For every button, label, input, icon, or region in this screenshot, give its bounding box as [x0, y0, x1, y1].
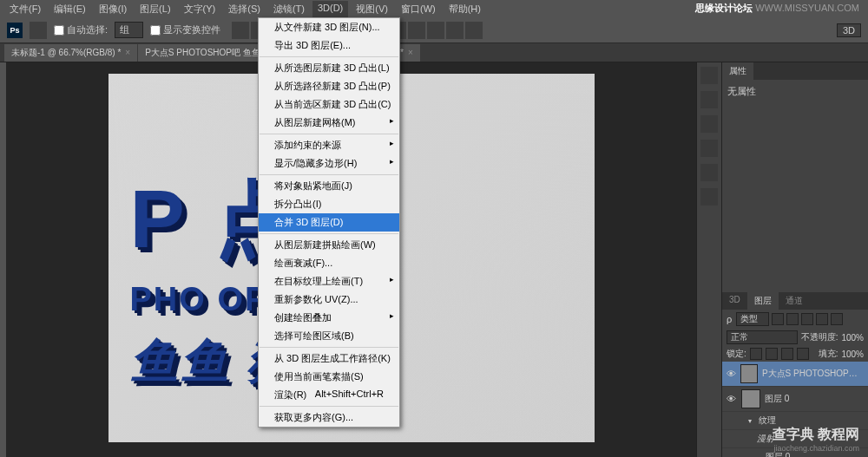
filter-icon[interactable] — [786, 313, 799, 325]
menu-item[interactable]: 从图层新建拼贴绘画(W) — [259, 236, 399, 254]
menu-item[interactable]: 使用当前画笔素描(S) — [259, 368, 399, 386]
disclosure-triangle-icon[interactable]: ▾ — [748, 417, 752, 425]
options-bar: Ps 自动选择: 组 显示变换控件 3D 模式: 3D — [0, 17, 868, 43]
auto-select-target[interactable]: 组 — [115, 22, 143, 38]
panel-icon[interactable] — [700, 164, 718, 181]
menu-item[interactable]: 3D(D) — [312, 1, 348, 17]
collapsed-panels — [696, 62, 721, 457]
3d-mode-icon[interactable] — [427, 22, 444, 39]
menu-item[interactable]: 从当前选区新建 3D 凸出(C) — [259, 95, 399, 114]
menu-item[interactable]: 创建绘图叠加 — [259, 309, 399, 327]
menu-item[interactable]: 获取更多内容(G)... — [259, 408, 399, 427]
menu-item[interactable]: 从图层新建网格(M) — [259, 114, 399, 132]
menu-item[interactable]: 添加约束的来源 — [259, 136, 399, 154]
kind-select[interactable]: 类型 — [736, 312, 769, 326]
watermark-url: WWW.MISSYUAN.COM — [755, 3, 859, 13]
menu-item[interactable]: 文件(F) — [4, 1, 46, 17]
menu-separator — [260, 134, 398, 134]
menu-item[interactable]: 选择可绘图区域(B) — [259, 327, 399, 345]
show-transform-checkbox[interactable]: 显示变换控件 — [150, 23, 220, 36]
menu-item[interactable]: 导出 3D 图层(E)... — [259, 36, 399, 55]
opacity-value[interactable]: 100% — [841, 333, 864, 343]
menu-item[interactable]: 重新参数化 UV(Z)... — [259, 291, 399, 309]
blend-mode-select[interactable]: 正常 — [727, 330, 798, 344]
menu-item[interactable]: 滤镜(T) — [268, 1, 310, 17]
panel-tab[interactable]: 3D — [722, 292, 747, 310]
opacity-label: 不透明度: — [801, 331, 838, 343]
lock-icon[interactable] — [766, 348, 778, 360]
menu-item[interactable]: 显示/隐藏多边形(H) — [259, 154, 399, 173]
layer-row[interactable]: 👁 P大点S PHOTOSHOP吧 鱼... — [722, 362, 868, 387]
panel-tab[interactable]: 图层 — [747, 292, 779, 310]
menu-item[interactable]: 将对象贴紧地面(J) — [259, 177, 399, 195]
document-tabbar: 未标题-1 @ 66.7%(RGB/8) *×P大点S PHOTOSHOP吧 鱼… — [0, 43, 868, 62]
layer-name[interactable]: P大点S PHOTOSHOP吧 鱼... — [762, 368, 864, 380]
close-icon[interactable]: × — [408, 48, 413, 57]
lock-icon[interactable] — [781, 348, 793, 360]
lock-icon[interactable] — [750, 348, 762, 360]
watermark-bottom: 查字典 教程网 jiaocheng.chazidian.com — [773, 426, 859, 453]
align-icon[interactable] — [232, 22, 249, 39]
3d-mode-icon[interactable] — [446, 22, 464, 39]
document-tab[interactable]: 未标题-1 @ 66.7%(RGB/8) *× — [4, 44, 137, 62]
layer-name[interactable]: 图层 0 — [765, 393, 789, 405]
filter-icon[interactable] — [831, 313, 843, 325]
panel-icon[interactable] — [700, 67, 718, 84]
menu-item[interactable]: 从文件新建 3D 图层(N)... — [259, 18, 399, 36]
menu-item[interactable]: 视图(V) — [351, 1, 393, 17]
filter-icon[interactable] — [772, 313, 784, 325]
menu-separator — [260, 174, 398, 175]
panel-tab[interactable]: 通道 — [779, 292, 810, 310]
menu-item[interactable]: 绘画衰减(F)... — [259, 254, 399, 272]
visibility-eye-icon[interactable]: 👁 — [727, 369, 736, 379]
lock-icon[interactable] — [797, 348, 809, 360]
panel-icon[interactable] — [700, 188, 718, 206]
menu-item[interactable]: 渲染(R)Alt+Shift+Ctrl+R — [259, 386, 399, 404]
menu-separator — [260, 347, 398, 348]
menu-item[interactable]: 图层(L) — [135, 1, 175, 17]
menu-item[interactable]: 从所选路径新建 3D 凸出(P) — [259, 77, 399, 95]
watermark-site: 思缘设计论坛 — [695, 3, 753, 13]
layer-row[interactable]: 👁 图层 0 — [722, 387, 868, 412]
menu-item[interactable]: 帮助(H) — [444, 1, 486, 17]
close-icon[interactable]: × — [125, 48, 130, 57]
menu-item[interactable]: 从 3D 图层生成工作路径(K) — [259, 349, 399, 368]
3d-workspace-button[interactable]: 3D — [837, 23, 861, 37]
panel-icon[interactable] — [700, 115, 718, 133]
menu-item[interactable]: 合并 3D 图层(D) — [259, 213, 399, 232]
menu-item[interactable]: 在目标纹理上绘画(T) — [259, 272, 399, 291]
properties-panel: 无属性 — [722, 80, 868, 292]
fill-label: 填充: — [819, 348, 838, 360]
layer-thumbnail[interactable] — [741, 389, 760, 408]
visibility-eye-icon[interactable]: 👁 — [727, 394, 737, 404]
move-tool-icon[interactable] — [30, 22, 47, 39]
fill-value[interactable]: 100% — [841, 349, 864, 359]
3d-menu-dropdown: 从文件新建 3D 图层(N)...导出 3D 图层(E)...从所选图层新建 3… — [258, 17, 400, 428]
no-properties-label: 无属性 — [727, 85, 863, 98]
3d-mode-icon[interactable] — [465, 22, 483, 39]
menu-item[interactable]: 从所选图层新建 3D 凸出(L) — [259, 59, 399, 77]
tools-panel — [0, 62, 6, 457]
menu-item[interactable]: 编辑(E) — [49, 1, 91, 17]
ps-logo: Ps — [7, 23, 23, 38]
panel-icon[interactable] — [700, 91, 718, 108]
menu-item[interactable]: 文字(Y) — [179, 1, 221, 17]
menu-separator — [260, 406, 398, 407]
layers-filter-bar: ρ 类型 — [722, 310, 868, 329]
menu-item[interactable]: 选择(S) — [223, 1, 266, 17]
menu-item[interactable]: 图像(I) — [94, 1, 132, 17]
menu-separator — [260, 233, 398, 234]
menu-item[interactable]: 窗口(W) — [396, 1, 441, 17]
panel-icon[interactable] — [700, 140, 718, 157]
3d-mode-icon[interactable] — [408, 22, 425, 39]
auto-select-checkbox[interactable]: 自动选择: — [54, 23, 108, 36]
menu-item[interactable]: 拆分凸出(I) — [259, 195, 399, 213]
filter-icon[interactable] — [816, 313, 828, 325]
kind-label: ρ — [727, 314, 732, 324]
layer-thumbnail[interactable] — [740, 364, 758, 383]
menu-separator — [260, 56, 398, 57]
lock-label: 锁定: — [727, 348, 746, 360]
tab-properties[interactable]: 属性 — [722, 62, 753, 80]
filter-icon[interactable] — [801, 313, 813, 325]
